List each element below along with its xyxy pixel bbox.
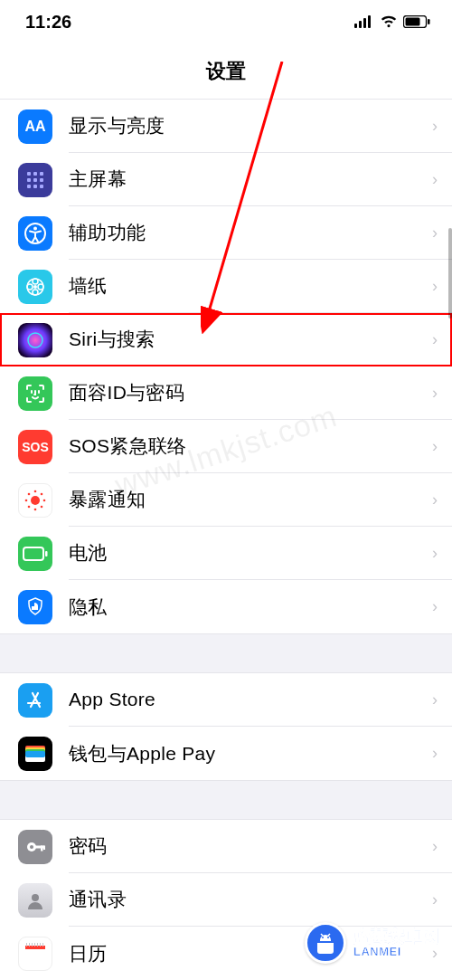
chevron-right-icon: › [432, 170, 438, 189]
scrollbar[interactable] [448, 228, 452, 319]
svg-point-21 [33, 290, 38, 295]
settings-group-2: App Store› 钱包与Apple Pay› [0, 673, 452, 780]
row-label: 显示与亮度 [69, 113, 432, 138]
row-label: 密码 [69, 833, 432, 859]
row-label: 隐私 [69, 595, 432, 620]
row-display[interactable]: AA 显示与亮度› [0, 100, 452, 153]
svg-rect-7 [27, 172, 31, 176]
faceid-icon [18, 376, 52, 411]
home-icon [18, 163, 52, 197]
row-wallpaper[interactable]: 墙纸› [0, 260, 452, 313]
row-exposure[interactable]: 暴露通知› [0, 473, 452, 527]
svg-rect-12 [40, 178, 43, 182]
svg-point-29 [43, 499, 46, 501]
row-label: App Store [69, 689, 432, 710]
row-calendar[interactable]: 日历› [0, 927, 452, 980]
svg-rect-54 [42, 943, 43, 947]
svg-point-28 [25, 499, 28, 501]
svg-rect-9 [40, 172, 43, 176]
row-privacy[interactable]: 隐私› [0, 580, 452, 633]
chevron-right-icon: › [432, 490, 438, 509]
chevron-right-icon: › [432, 890, 438, 909]
svg-rect-6 [428, 19, 430, 24]
svg-rect-11 [33, 178, 37, 182]
chevron-right-icon: › [432, 744, 438, 763]
svg-rect-2 [363, 18, 366, 28]
svg-point-26 [34, 490, 37, 492]
status-indicators [354, 15, 430, 28]
svg-rect-34 [24, 547, 43, 560]
svg-point-46 [32, 894, 39, 901]
accessibility-icon [18, 216, 52, 251]
chevron-right-icon: › [432, 224, 438, 243]
display-icon: AA [18, 109, 52, 144]
svg-rect-13 [27, 185, 31, 188]
svg-point-19 [33, 285, 37, 289]
siri-icon [18, 323, 52, 357]
svg-rect-45 [43, 845, 45, 850]
svg-rect-5 [406, 18, 420, 26]
row-label: 暴露通知 [69, 487, 432, 512]
svg-point-30 [28, 492, 31, 495]
row-label: 主屏幕 [69, 167, 432, 192]
chevron-right-icon: › [432, 837, 438, 856]
chevron-right-icon: › [432, 597, 438, 616]
row-label: Siri与搜索 [69, 327, 432, 352]
row-label: 面容ID与密码 [69, 380, 432, 405]
row-label: 墙纸 [69, 273, 432, 299]
svg-rect-15 [40, 185, 43, 188]
svg-point-31 [41, 492, 43, 495]
chevron-right-icon: › [432, 277, 438, 296]
svg-rect-40 [25, 751, 45, 757]
row-sos[interactable]: SOS SOS紧急联络› [0, 420, 452, 473]
svg-point-33 [41, 505, 43, 508]
exposure-icon [18, 483, 52, 518]
calendar-icon [18, 937, 52, 971]
svg-rect-1 [359, 21, 362, 28]
svg-point-24 [28, 333, 42, 347]
svg-point-23 [38, 284, 43, 290]
sos-icon: SOS [18, 430, 52, 464]
row-passwords[interactable]: 密码› [0, 820, 452, 873]
row-label: 通讯录 [69, 887, 432, 912]
chevron-right-icon: › [432, 330, 438, 349]
row-label: 辅助功能 [69, 220, 432, 245]
svg-rect-51 [34, 943, 35, 947]
row-faceid[interactable]: 面容ID与密码› [0, 366, 452, 420]
passwords-icon [18, 830, 52, 864]
svg-point-27 [34, 508, 37, 510]
battery-icon [403, 15, 430, 28]
svg-rect-53 [40, 943, 41, 947]
chevron-right-icon: › [432, 384, 438, 403]
row-label: SOS紧急联络 [69, 433, 432, 459]
settings-group-3: 密码› 通讯录› 日历› [0, 820, 452, 980]
row-siri[interactable]: Siri与搜索› [0, 313, 452, 366]
group-separator [0, 633, 452, 673]
chevron-right-icon: › [432, 944, 438, 963]
svg-point-25 [31, 496, 40, 505]
wifi-icon [380, 15, 398, 28]
chevron-right-icon: › [432, 437, 438, 456]
svg-rect-48 [26, 943, 27, 947]
settings-group-1: AA 显示与亮度› 主屏幕› 辅助功能› 墙纸› Siri与搜索› 面容ID与密… [0, 100, 452, 633]
svg-point-17 [33, 226, 37, 230]
chevron-right-icon: › [432, 117, 438, 136]
svg-point-32 [28, 505, 31, 508]
row-home[interactable]: 主屏幕› [0, 153, 452, 206]
svg-rect-0 [354, 24, 357, 28]
svg-point-42 [30, 845, 33, 849]
row-accessibility[interactable]: 辅助功能› [0, 206, 452, 260]
row-appstore[interactable]: App Store› [0, 673, 452, 727]
svg-point-22 [27, 284, 33, 290]
row-battery[interactable]: 电池› [0, 527, 452, 580]
signal-icon [354, 15, 374, 28]
row-wallet[interactable]: 钱包与Apple Pay› [0, 727, 452, 780]
svg-rect-50 [32, 943, 33, 947]
svg-rect-8 [33, 172, 37, 176]
svg-rect-35 [45, 551, 48, 557]
status-time: 11:26 [25, 12, 71, 33]
svg-rect-10 [27, 178, 31, 182]
appstore-icon [18, 683, 52, 718]
privacy-icon [18, 590, 52, 624]
row-contacts[interactable]: 通讯录› [0, 873, 452, 927]
